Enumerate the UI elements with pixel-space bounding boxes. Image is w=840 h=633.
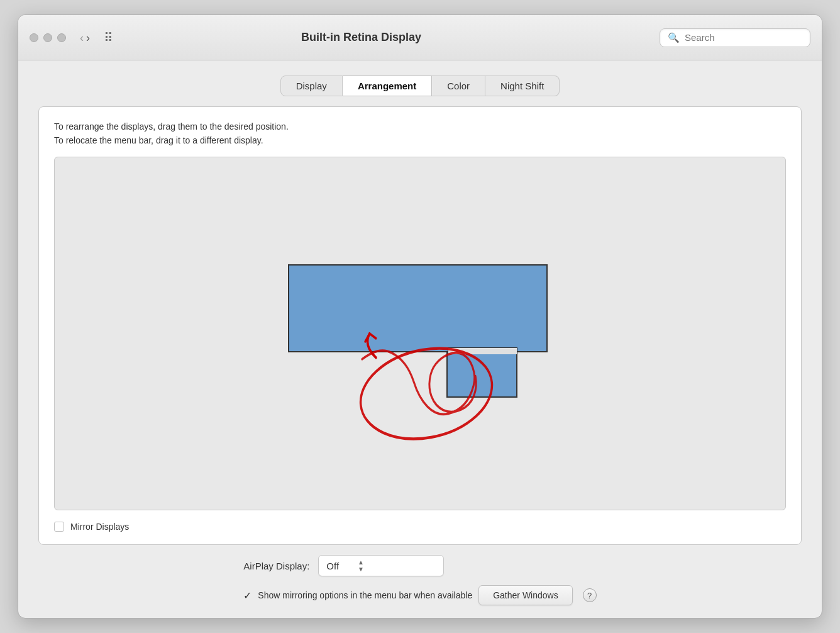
search-input[interactable] (685, 32, 802, 43)
search-bar[interactable]: 🔍 (660, 28, 810, 47)
airplay-value: Off (326, 561, 339, 571)
help-button[interactable]: ? (583, 588, 597, 602)
tab-display[interactable]: Display (280, 76, 343, 96)
search-icon: 🔍 (668, 32, 680, 43)
display-block-small[interactable] (446, 352, 517, 398)
display-block-right[interactable] (419, 264, 548, 352)
instruction-line1: To rearrange the displays, drag them to … (54, 120, 786, 133)
airplay-label: AirPlay Display: (243, 561, 309, 571)
mirror-displays-row: Mirror Displays (54, 522, 786, 532)
mirroring-options-label: Show mirroring options in the menu bar w… (258, 590, 472, 600)
select-arrows: ▲ ▼ (358, 559, 364, 573)
tab-nightshift[interactable]: Night Shift (485, 76, 560, 96)
tab-color[interactable]: Color (432, 76, 485, 96)
mirroring-checkmark-icon: ✓ (243, 590, 251, 602)
traffic-light-fullscreen[interactable] (57, 33, 66, 42)
airplay-row: AirPlay Display: Off ▲ ▼ (243, 555, 596, 576)
airplay-select[interactable]: Off ▲ ▼ (318, 555, 444, 576)
display-block-left[interactable] (288, 264, 420, 352)
mirror-displays-label: Mirror Displays (70, 522, 129, 532)
bottom-controls: AirPlay Display: Off ▲ ▼ ✓ Show mirrorin… (243, 555, 596, 605)
gather-windows-button[interactable]: Gather Windows (478, 585, 572, 605)
mirror-displays-checkbox[interactable] (54, 522, 64, 532)
content-area: Display Arrangement Color Night Shift To… (18, 60, 822, 618)
arrangement-panel: To rearrange the displays, drag them to … (38, 106, 802, 545)
instruction-line2: To relocate the menu bar, drag it to a d… (54, 133, 786, 147)
display-arrangement-area[interactable] (54, 157, 786, 510)
tab-arrangement[interactable]: Arrangement (343, 76, 432, 96)
window-title: Built-in Retina Display (70, 31, 652, 44)
tab-bar: Display Arrangement Color Night Shift (280, 76, 560, 96)
traffic-light-close[interactable] (30, 33, 38, 42)
titlebar: ‹ › ⠿ Built-in Retina Display 🔍 (18, 15, 822, 60)
instruction-text: To rearrange the displays, drag them to … (54, 120, 786, 148)
traffic-lights (30, 33, 66, 42)
traffic-light-minimize[interactable] (43, 33, 52, 42)
main-window: ‹ › ⠿ Built-in Retina Display 🔍 Display … (18, 14, 822, 619)
mirroring-options-row: ✓ Show mirroring options in the menu bar… (243, 585, 596, 605)
